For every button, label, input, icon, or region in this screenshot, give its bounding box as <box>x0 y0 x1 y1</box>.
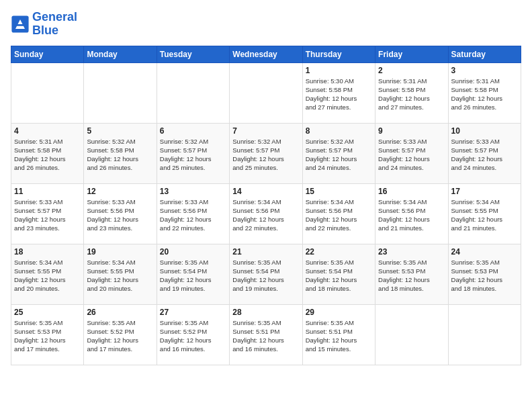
day-info: Sunrise: 5:35 AM Sunset: 5:54 PM Dayligh… <box>232 258 299 293</box>
calendar-cell: 3Sunrise: 5:31 AM Sunset: 5:58 PM Daylig… <box>448 62 521 123</box>
calendar-cell <box>230 62 302 123</box>
calendar-cell: 26Sunrise: 5:35 AM Sunset: 5:52 PM Dayli… <box>84 304 157 365</box>
day-info: Sunrise: 5:33 AM Sunset: 5:57 PM Dayligh… <box>14 197 81 233</box>
calendar-cell: 2Sunrise: 5:31 AM Sunset: 5:58 PM Daylig… <box>375 62 448 123</box>
weekday-header: Wednesday <box>230 46 302 62</box>
weekday-header: Saturday <box>448 46 521 62</box>
day-number: 27 <box>160 308 226 317</box>
day-info: Sunrise: 5:34 AM Sunset: 5:56 PM Dayligh… <box>378 197 445 233</box>
day-number: 16 <box>378 187 445 196</box>
day-info: Sunrise: 5:35 AM Sunset: 5:53 PM Dayligh… <box>378 258 445 293</box>
day-number: 10 <box>451 126 518 136</box>
day-number: 11 <box>14 187 81 196</box>
day-info: Sunrise: 5:35 AM Sunset: 5:53 PM Dayligh… <box>14 318 81 354</box>
day-number: 13 <box>160 187 226 196</box>
day-number: 2 <box>378 66 445 75</box>
calendar-cell: 28Sunrise: 5:35 AM Sunset: 5:51 PM Dayli… <box>230 304 302 365</box>
day-info: Sunrise: 5:34 AM Sunset: 5:55 PM Dayligh… <box>87 258 153 293</box>
calendar-cell <box>157 62 229 123</box>
calendar-cell: 19Sunrise: 5:34 AM Sunset: 5:55 PM Dayli… <box>84 244 157 304</box>
calendar-table: SundayMondayTuesdayWednesdayThursdayFrid… <box>11 46 521 365</box>
weekday-header: Monday <box>84 46 157 62</box>
calendar-cell: 25Sunrise: 5:35 AM Sunset: 5:53 PM Dayli… <box>11 304 84 365</box>
day-number: 12 <box>87 187 153 196</box>
day-number: 4 <box>14 126 81 136</box>
day-number: 15 <box>306 187 372 196</box>
day-number: 25 <box>14 308 81 317</box>
logo: General Blue <box>11 11 77 38</box>
calendar-cell <box>375 304 448 365</box>
day-number: 1 <box>306 66 372 75</box>
calendar-cell <box>84 62 157 123</box>
calendar-cell: 14Sunrise: 5:34 AM Sunset: 5:56 PM Dayli… <box>230 183 302 244</box>
day-info: Sunrise: 5:32 AM Sunset: 5:58 PM Dayligh… <box>87 137 153 173</box>
day-number: 26 <box>87 308 153 317</box>
day-info: Sunrise: 5:35 AM Sunset: 5:51 PM Dayligh… <box>232 318 299 354</box>
svg-rect-2 <box>16 24 24 26</box>
day-number: 5 <box>87 126 153 136</box>
day-info: Sunrise: 5:35 AM Sunset: 5:53 PM Dayligh… <box>451 258 518 293</box>
day-info: Sunrise: 5:31 AM Sunset: 5:58 PM Dayligh… <box>451 77 518 112</box>
day-number: 21 <box>232 247 299 257</box>
calendar-cell: 12Sunrise: 5:33 AM Sunset: 5:56 PM Dayli… <box>84 183 157 244</box>
calendar-cell: 13Sunrise: 5:33 AM Sunset: 5:56 PM Dayli… <box>157 183 229 244</box>
day-number: 3 <box>451 66 518 75</box>
weekday-header: Sunday <box>11 46 84 62</box>
weekday-header: Tuesday <box>157 46 229 62</box>
day-info: Sunrise: 5:35 AM Sunset: 5:54 PM Dayligh… <box>306 258 372 293</box>
day-number: 6 <box>160 126 226 136</box>
day-info: Sunrise: 5:34 AM Sunset: 5:56 PM Dayligh… <box>232 197 299 233</box>
calendar-cell <box>448 304 521 365</box>
calendar-cell: 11Sunrise: 5:33 AM Sunset: 5:57 PM Dayli… <box>11 183 84 244</box>
calendar-cell: 6Sunrise: 5:32 AM Sunset: 5:57 PM Daylig… <box>157 123 229 183</box>
calendar-cell: 29Sunrise: 5:35 AM Sunset: 5:51 PM Dayli… <box>302 304 375 365</box>
calendar-cell: 23Sunrise: 5:35 AM Sunset: 5:53 PM Dayli… <box>375 244 448 304</box>
logo-text: General Blue <box>32 11 77 38</box>
day-info: Sunrise: 5:35 AM Sunset: 5:52 PM Dayligh… <box>160 318 226 354</box>
logo-icon <box>11 15 30 34</box>
day-info: Sunrise: 5:34 AM Sunset: 5:55 PM Dayligh… <box>451 197 518 233</box>
calendar-cell: 21Sunrise: 5:35 AM Sunset: 5:54 PM Dayli… <box>230 244 302 304</box>
day-info: Sunrise: 5:34 AM Sunset: 5:56 PM Dayligh… <box>306 197 372 233</box>
day-number: 22 <box>306 247 372 257</box>
day-info: Sunrise: 5:31 AM Sunset: 5:58 PM Dayligh… <box>378 77 445 112</box>
calendar-cell: 27Sunrise: 5:35 AM Sunset: 5:52 PM Dayli… <box>157 304 229 365</box>
day-info: Sunrise: 5:30 AM Sunset: 5:58 PM Dayligh… <box>306 77 372 112</box>
day-info: Sunrise: 5:35 AM Sunset: 5:52 PM Dayligh… <box>87 318 153 354</box>
weekday-header: Friday <box>375 46 448 62</box>
day-info: Sunrise: 5:33 AM Sunset: 5:56 PM Dayligh… <box>87 197 153 233</box>
day-info: Sunrise: 5:32 AM Sunset: 5:57 PM Dayligh… <box>232 137 299 173</box>
day-info: Sunrise: 5:33 AM Sunset: 5:57 PM Dayligh… <box>378 137 445 173</box>
day-info: Sunrise: 5:32 AM Sunset: 5:57 PM Dayligh… <box>306 137 372 173</box>
day-info: Sunrise: 5:35 AM Sunset: 5:54 PM Dayligh… <box>160 258 226 293</box>
day-number: 29 <box>306 308 372 317</box>
page-header: General Blue <box>11 11 521 38</box>
day-info: Sunrise: 5:33 AM Sunset: 5:56 PM Dayligh… <box>160 197 226 233</box>
calendar-cell: 24Sunrise: 5:35 AM Sunset: 5:53 PM Dayli… <box>448 244 521 304</box>
day-number: 18 <box>14 247 81 257</box>
day-number: 9 <box>378 126 445 136</box>
day-number: 17 <box>451 187 518 196</box>
calendar-cell <box>11 62 84 123</box>
calendar-cell: 9Sunrise: 5:33 AM Sunset: 5:57 PM Daylig… <box>375 123 448 183</box>
day-number: 23 <box>378 247 445 257</box>
day-info: Sunrise: 5:33 AM Sunset: 5:57 PM Dayligh… <box>451 137 518 173</box>
day-info: Sunrise: 5:31 AM Sunset: 5:58 PM Dayligh… <box>14 137 81 173</box>
day-number: 20 <box>160 247 226 257</box>
calendar-cell: 8Sunrise: 5:32 AM Sunset: 5:57 PM Daylig… <box>302 123 375 183</box>
day-number: 24 <box>451 247 518 257</box>
day-number: 8 <box>306 126 372 136</box>
calendar-cell: 18Sunrise: 5:34 AM Sunset: 5:55 PM Dayli… <box>11 244 84 304</box>
calendar-cell: 7Sunrise: 5:32 AM Sunset: 5:57 PM Daylig… <box>230 123 302 183</box>
calendar-cell: 4Sunrise: 5:31 AM Sunset: 5:58 PM Daylig… <box>11 123 84 183</box>
day-info: Sunrise: 5:32 AM Sunset: 5:57 PM Dayligh… <box>160 137 226 173</box>
calendar-cell: 20Sunrise: 5:35 AM Sunset: 5:54 PM Dayli… <box>157 244 229 304</box>
calendar-cell: 5Sunrise: 5:32 AM Sunset: 5:58 PM Daylig… <box>84 123 157 183</box>
weekday-header: Thursday <box>302 46 375 62</box>
day-info: Sunrise: 5:34 AM Sunset: 5:55 PM Dayligh… <box>14 258 81 293</box>
calendar-cell: 16Sunrise: 5:34 AM Sunset: 5:56 PM Dayli… <box>375 183 448 244</box>
day-number: 28 <box>232 308 299 317</box>
calendar-cell: 15Sunrise: 5:34 AM Sunset: 5:56 PM Dayli… <box>302 183 375 244</box>
day-number: 19 <box>87 247 153 257</box>
calendar-cell: 22Sunrise: 5:35 AM Sunset: 5:54 PM Dayli… <box>302 244 375 304</box>
